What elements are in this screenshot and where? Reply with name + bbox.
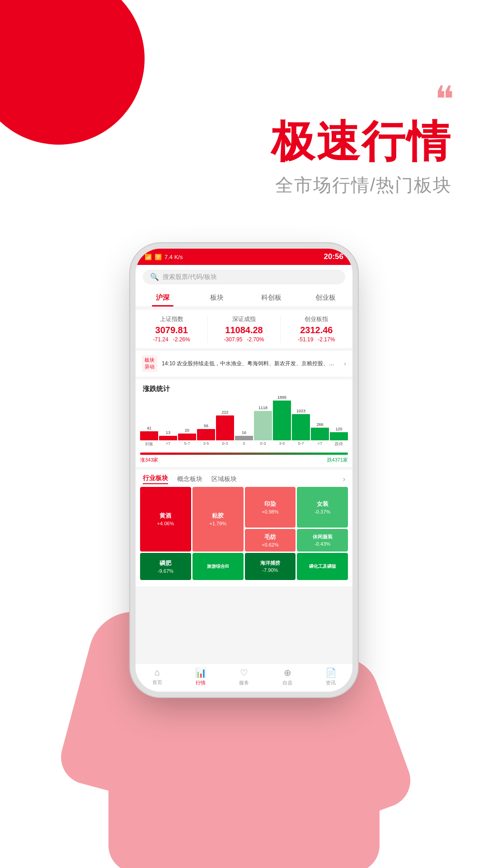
progress-bar xyxy=(140,453,348,455)
news-banner[interactable]: 板块异动 14:10 农业股持续走低，中水渔业、粤海饲料、新农开发、京粮控股、冠… xyxy=(136,351,352,377)
tab-hushen[interactable]: 沪深 xyxy=(136,289,190,307)
quote-marks: ❝ xyxy=(271,81,452,118)
wifi-icon: 🛜 xyxy=(155,254,162,260)
indices-row: 上证指数 3079.81 -71.24 -2.26% 深证成指 11084.28… xyxy=(136,310,352,348)
news-tag: 板块异动 xyxy=(142,355,157,372)
heatmap: 黄酒 +4.06% 粘胶 +1.79% 印染 +0.98% 女装 -0.37% xyxy=(136,487,352,586)
industry-tabs: 行业板块 概念板块 区域板块 › xyxy=(136,470,352,487)
ind-tab-concept[interactable]: 概念板块 xyxy=(177,475,202,483)
index-chuangye[interactable]: 创业板指 2312.46 -51.19 -2.17% xyxy=(281,315,352,343)
hm-cell-nianjiao[interactable]: 粘胶 +1.79% xyxy=(192,487,244,552)
hm-cell-maofang[interactable]: 毛纺 +0.62% xyxy=(245,529,296,552)
phone-wrapper: 📶 🛜 7.4 K/s 20:56 🔍 搜索股票/代码/板块 沪深 板块 科创板… xyxy=(86,226,402,836)
index-chuangye-change: -51.19 -2.17% xyxy=(281,336,352,343)
hero-subtitle: 全市场行情/热门板块 xyxy=(271,173,452,198)
index-shanghai-change: -71.24 -2.26% xyxy=(136,336,207,343)
bar-col-6: 1118 xyxy=(254,406,272,440)
bar-chart-container: 41 13 20 56 xyxy=(136,396,352,451)
nav-market[interactable]: 📊 行情 xyxy=(179,667,222,686)
search-input[interactable]: 🔍 搜索股票/代码/板块 xyxy=(143,269,345,284)
hero-title: 极速行情 xyxy=(271,118,452,165)
search-placeholder: 搜索股票/代码/板块 xyxy=(163,273,217,281)
chart-section-title: 涨跌统计 xyxy=(136,379,352,396)
nav-watchlist-label: 自选 xyxy=(282,679,292,686)
progress-labels: 涨343家 跌4371家 xyxy=(140,457,348,463)
bar-col-8: 1023 xyxy=(292,409,310,440)
search-bar: 🔍 搜索股票/代码/板块 xyxy=(136,265,352,289)
hm-cell-xiuxian[interactable]: 休闲服装 -0.43% xyxy=(297,529,348,552)
nav-home-label: 首页 xyxy=(152,679,162,686)
index-shenzhen-name: 深证成指 xyxy=(208,315,280,323)
bar-chart: 41 13 20 56 xyxy=(140,400,348,440)
hm-cell-linfen[interactable]: 磷肥 -9.67% xyxy=(140,553,191,580)
bar-col-7: 1895 xyxy=(273,395,291,440)
phone-screen: 📶 🛜 7.4 K/s 20:56 🔍 搜索股票/代码/板块 沪深 板块 科创板… xyxy=(136,249,352,692)
phone-frame: 📶 🛜 7.4 K/s 20:56 🔍 搜索股票/代码/板块 沪深 板块 科创板… xyxy=(136,249,352,692)
bar-col-4: 222 xyxy=(216,410,234,440)
index-shanghai-name: 上证指数 xyxy=(136,315,207,323)
rise-count: 涨343家 xyxy=(140,457,158,463)
status-left: 📶 🛜 7.4 K/s xyxy=(145,254,183,260)
hm-cell-huangjiu[interactable]: 黄酒 +4.06% xyxy=(140,487,191,552)
bar-col-10: 120 xyxy=(330,427,348,440)
hm-cell-nvzhuang[interactable]: 女装 -0.37% xyxy=(297,487,348,528)
hm-cell-lvyou[interactable]: 旅游综合III xyxy=(192,553,244,580)
hm-cell-haiyang[interactable]: 海洋捕捞 -7.90% xyxy=(245,553,296,580)
bar-col-0: 41 xyxy=(140,426,158,440)
main-tabs: 沪深 板块 科创板 创业板 xyxy=(136,289,352,307)
hero-section: ❝ 极速行情 全市场行情/热门板块 xyxy=(271,81,452,198)
bar-col-2: 20 xyxy=(178,428,196,440)
nav-home[interactable]: ⌂ 首页 xyxy=(136,667,179,686)
index-shenzhen[interactable]: 深证成指 11084.28 -307.95 -2.70% xyxy=(208,315,280,343)
nav-market-label: 行情 xyxy=(196,679,206,686)
bar-col-9: 266 xyxy=(311,422,329,440)
news-icon: 📄 xyxy=(325,667,337,678)
service-icon: ♡ xyxy=(240,667,248,678)
hm-cell-yinran[interactable]: 印染 +0.98% xyxy=(245,487,296,528)
brand-circle xyxy=(0,0,145,145)
ind-more-icon[interactable]: › xyxy=(343,475,345,483)
speed-indicator: 7.4 K/s xyxy=(164,254,183,260)
market-icon: 📊 xyxy=(195,667,206,678)
tab-chuangye[interactable]: 创业板 xyxy=(298,289,352,307)
news-arrow-icon: › xyxy=(344,360,346,367)
nav-service[interactable]: ♡ 服务 xyxy=(222,667,266,686)
fall-count: 跌4371家 xyxy=(327,457,348,463)
tab-kechuang[interactable]: 科创板 xyxy=(244,289,298,307)
bottom-nav: ⌂ 首页 📊 行情 ♡ 服务 ⊕ 自选 📄 资讯 xyxy=(136,663,352,692)
search-icon: 🔍 xyxy=(150,273,159,281)
progress-section: 涨343家 跌4371家 xyxy=(136,451,352,467)
nav-news[interactable]: 📄 资讯 xyxy=(309,667,352,686)
nav-service-label: 服务 xyxy=(239,679,249,686)
nav-news-label: 资讯 xyxy=(326,679,336,686)
index-shenzhen-change: -307.95 -2.70% xyxy=(208,336,280,343)
bar-col-3: 56 xyxy=(197,424,215,440)
index-shenzhen-value: 11084.28 xyxy=(208,325,280,335)
ind-tab-industry[interactable]: 行业板块 xyxy=(143,474,168,484)
tab-bankuai[interactable]: 板块 xyxy=(190,289,244,307)
time-display: 20:56 xyxy=(324,252,343,261)
index-chuangye-value: 2312.46 xyxy=(281,325,352,335)
ind-tab-region[interactable]: 区域板块 xyxy=(211,475,237,483)
index-shanghai-value: 3079.81 xyxy=(136,325,207,335)
home-icon: ⌂ xyxy=(155,667,160,678)
news-text: 14:10 农业股持续走低，中水渔业、粤海饲料、新农开发、京粮控股、冠农股份等 xyxy=(162,360,339,368)
bar-col-5: 16 xyxy=(235,430,253,440)
signal-icon: 📶 xyxy=(145,254,152,260)
watchlist-icon: ⊕ xyxy=(284,667,291,678)
bar-col-1: 13 xyxy=(159,430,177,440)
index-chuangye-name: 创业板指 xyxy=(281,315,352,323)
status-bar: 📶 🛜 7.4 K/s 20:56 xyxy=(136,249,352,265)
hm-cell-linhuagong[interactable]: 磷化工及磷版 xyxy=(297,553,348,580)
nav-watchlist[interactable]: ⊕ 自选 xyxy=(266,667,309,686)
index-shanghai[interactable]: 上证指数 3079.81 -71.24 -2.26% xyxy=(136,315,208,343)
